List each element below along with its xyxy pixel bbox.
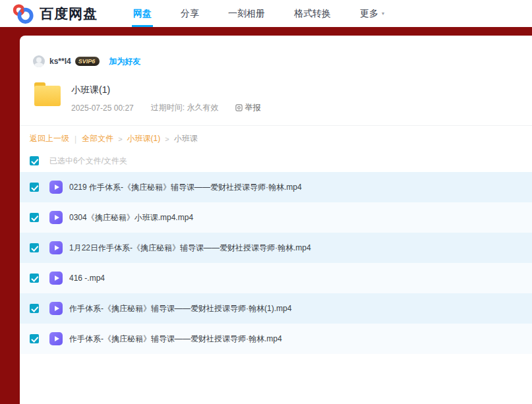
- report-button[interactable]: 举报: [235, 102, 260, 113]
- file-row[interactable]: 416 -.mp4: [20, 263, 532, 293]
- svip-badge: SVIP6: [75, 57, 100, 66]
- video-file-icon: [49, 181, 63, 194]
- sharer-username: ks**l4: [49, 57, 71, 66]
- nav-label: 网盘: [133, 8, 152, 20]
- nav-label: 一刻相册: [228, 8, 265, 20]
- file-checkbox[interactable]: [30, 213, 39, 222]
- page: 百度网盘 网盘 分享 一刻相册 格式转换 更多 ▾ ks**l4: [0, 0, 532, 404]
- file-list: 0219 作手体系-《擒庄秘籍》辅导课——爱财社授课导师·翰林.mp4 0304…: [20, 172, 532, 354]
- file-row[interactable]: 作手体系-《擒庄秘籍》辅导课——爱财社授课导师·翰林(1).mp4: [20, 293, 532, 324]
- video-file-icon: [49, 211, 63, 224]
- file-checkbox[interactable]: [30, 243, 39, 252]
- breadcrumb: 返回上一级 | 全部文件 > 小班课(1) > 小班课: [30, 133, 532, 144]
- brand-name: 百度网盘: [40, 5, 98, 23]
- chevron-down-icon: ▾: [382, 11, 384, 16]
- file-name-link[interactable]: 0304《擒庄秘籍》小班课.mp4.mp4: [69, 212, 193, 223]
- folder-meta: 小班课(1) 2025-07-25 00:27 过期时间: 永久有效 举报: [71, 83, 260, 113]
- nav-label: 格式转换: [294, 8, 331, 20]
- baidu-netdisk-logo: [12, 3, 34, 25]
- breadcrumb-all-files-link[interactable]: 全部文件: [82, 133, 113, 144]
- main-nav: 网盘 分享 一刻相册 格式转换 更多 ▾: [132, 0, 412, 27]
- avatar: [33, 55, 45, 67]
- file-row[interactable]: 作手体系-《擒庄秘籍》辅导课——爱财社授课导师·翰林.mp4: [20, 324, 532, 354]
- breadcrumb-arrow: >: [118, 135, 122, 143]
- breadcrumb-arrow: >: [165, 135, 169, 143]
- report-label: 举报: [245, 102, 260, 113]
- video-file-icon: [49, 241, 63, 254]
- file-row[interactable]: 0219 作手体系-《擒庄秘籍》辅导课——爱财社授课导师·翰林.mp4: [20, 172, 532, 202]
- file-checkbox[interactable]: [30, 183, 39, 192]
- nav-item-more[interactable]: 更多 ▾: [359, 0, 386, 27]
- folder-header: 小班课(1) 2025-07-25 00:27 过期时间: 永久有效 举报: [34, 83, 532, 113]
- share-date: 2025-07-25 00:27: [71, 103, 134, 113]
- file-name-link[interactable]: 作手体系-《擒庄秘籍》辅导课——爱财社授课导师·翰林.mp4: [69, 333, 282, 345]
- file-name-link[interactable]: 作手体系-《擒庄秘籍》辅导课——爱财社授课导师·翰林(1).mp4: [69, 303, 291, 314]
- file-checkbox[interactable]: [30, 334, 39, 343]
- breadcrumb-folder-link[interactable]: 小班课(1): [127, 133, 161, 144]
- select-all-checkbox[interactable]: [30, 156, 39, 165]
- file-checkbox[interactable]: [30, 304, 39, 313]
- video-file-icon: [49, 332, 63, 345]
- file-row[interactable]: 0304《擒庄秘籍》小班课.mp4.mp4: [20, 202, 532, 233]
- nav-item-album[interactable]: 一刻相册: [227, 0, 266, 27]
- add-friend-button[interactable]: 加为好友: [109, 56, 140, 67]
- section-divider: [20, 125, 532, 126]
- baidu-netdisk-home-link[interactable]: 百度网盘: [12, 3, 98, 25]
- breadcrumb-pipe: |: [74, 134, 76, 144]
- nav-label: 分享: [181, 8, 199, 20]
- file-name-link[interactable]: 0219 作手体系-《擒庄秘籍》辅导课——爱财社授课导师·翰林.mp4: [69, 182, 302, 193]
- folder-meta-line: 2025-07-25 00:27 过期时间: 永久有效 举报: [71, 102, 260, 113]
- top-header: 百度网盘 网盘 分享 一刻相册 格式转换 更多 ▾: [0, 0, 532, 27]
- breadcrumb-current: 小班课: [174, 133, 198, 144]
- nav-item-netdisk[interactable]: 网盘: [132, 0, 153, 27]
- folder-icon: [34, 86, 61, 106]
- file-row[interactable]: 1月22日作手体系-《擒庄秘籍》辅导课——爱财社授课导师·翰林.mp4: [20, 233, 532, 263]
- selection-summary-row: 已选中6个文件/文件夹: [20, 150, 532, 172]
- report-flag-icon: [235, 104, 243, 111]
- video-file-icon: [49, 272, 63, 285]
- share-content-card: ks**l4 SVIP6 加为好友 小班课(1) 2025-07-25 00:2…: [20, 36, 532, 404]
- nav-item-share[interactable]: 分享: [179, 0, 200, 27]
- video-file-icon: [49, 302, 63, 315]
- breadcrumb-back-link[interactable]: 返回上一级: [30, 133, 69, 144]
- folder-name: 小班课(1): [71, 84, 260, 96]
- expire-info: 过期时间: 永久有效: [151, 102, 219, 113]
- nav-label: 更多: [360, 8, 378, 20]
- file-name-link[interactable]: 1月22日作手体系-《擒庄秘籍》辅导课——爱财社授课导师·翰林.mp4: [69, 243, 311, 254]
- nav-item-convert[interactable]: 格式转换: [293, 0, 332, 27]
- file-name-link[interactable]: 416 -.mp4: [69, 274, 105, 283]
- selection-summary: 已选中6个文件/文件夹: [49, 156, 127, 167]
- sharer-row: ks**l4 SVIP6 加为好友: [33, 55, 532, 67]
- file-checkbox[interactable]: [30, 274, 39, 283]
